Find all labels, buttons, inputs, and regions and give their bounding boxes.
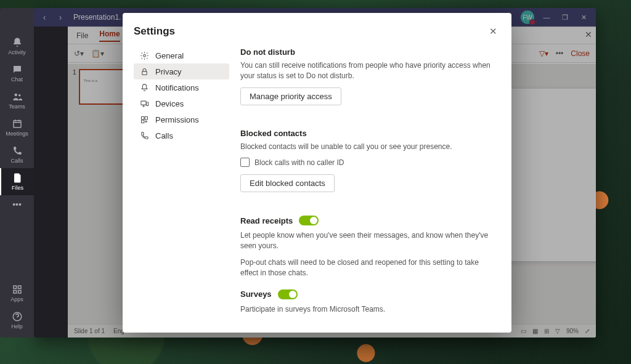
nav-label: Permissions xyxy=(155,115,199,124)
rail-label: Meetings xyxy=(6,131,28,137)
rail-label: Apps xyxy=(10,296,23,302)
help-icon xyxy=(12,311,23,322)
dnd-description: You can still receive notifications from… xyxy=(240,60,497,81)
rail-label: Chat xyxy=(11,76,23,83)
nav-devices[interactable]: Devices xyxy=(134,95,229,111)
svg-rect-6 xyxy=(18,291,21,294)
lock-icon xyxy=(140,67,149,76)
svg-rect-14 xyxy=(142,120,144,123)
read-receipts-desc-2: Pop-out chats will need to be closed and… xyxy=(240,257,497,278)
file-icon xyxy=(12,172,23,184)
nav-calls[interactable]: Calls xyxy=(134,127,229,144)
dnd-heading: Do not disturb xyxy=(240,47,497,57)
svg-rect-12 xyxy=(142,116,144,119)
svg-point-1 xyxy=(18,94,20,97)
bell-icon xyxy=(12,37,23,48)
settings-content: Do not disturb You can still receive not… xyxy=(240,47,511,322)
read-receipts-toggle[interactable] xyxy=(299,216,319,225)
svg-rect-2 xyxy=(14,121,21,127)
rail-calls[interactable]: Calls xyxy=(0,141,34,168)
teams-icon xyxy=(12,91,23,102)
phone-icon xyxy=(140,131,149,140)
phone-icon xyxy=(12,145,23,156)
surveys-heading: Surveys xyxy=(240,289,272,299)
dnd-section: Do not disturb You can still receive not… xyxy=(240,47,497,118)
nav-label: Calls xyxy=(155,131,173,140)
svg-point-8 xyxy=(144,54,146,57)
rail-teams[interactable]: Teams xyxy=(0,87,34,114)
nav-general[interactable]: General xyxy=(134,47,229,63)
svg-rect-13 xyxy=(145,116,147,119)
bell-icon xyxy=(140,83,149,92)
rail-label: Files xyxy=(12,185,23,191)
rail-chat[interactable]: Chat xyxy=(0,60,34,87)
nav-notifications[interactable]: Notifications xyxy=(134,79,229,95)
svg-point-0 xyxy=(14,94,17,97)
rail-files[interactable]: Files xyxy=(0,168,34,195)
rail-apps[interactable]: Apps xyxy=(0,280,34,307)
rail-label: Activity xyxy=(8,49,26,55)
svg-rect-10 xyxy=(141,101,146,105)
calendar-icon xyxy=(12,118,23,129)
nav-label: Notifications xyxy=(155,83,199,92)
rail-label: Help xyxy=(11,323,23,330)
settings-nav: General Privacy Notifications Devices Pe… xyxy=(134,47,229,322)
settings-dialog: Settings ✕ General Privacy Notifications… xyxy=(123,13,511,333)
surveys-section: Surveys Participate in surveys from Micr… xyxy=(240,289,497,315)
nav-label: Privacy xyxy=(155,67,182,76)
app-rail: Activity Chat Teams Meetings Calls Files… xyxy=(0,8,34,338)
nav-label: Devices xyxy=(155,99,184,108)
manage-priority-button[interactable]: Manage priority access xyxy=(240,87,341,105)
read-receipts-heading: Read receipts xyxy=(240,216,293,225)
nav-privacy[interactable]: Privacy xyxy=(134,63,229,79)
gear-icon xyxy=(140,51,149,60)
permissions-icon xyxy=(140,115,149,124)
svg-rect-9 xyxy=(142,71,147,75)
blocked-heading: Blocked contacts xyxy=(240,129,497,138)
rail-meetings[interactable]: Meetings xyxy=(0,114,34,141)
dialog-close-button[interactable]: ✕ xyxy=(486,24,500,39)
devices-icon xyxy=(140,99,149,108)
block-no-caller-id-checkbox[interactable] xyxy=(240,158,250,167)
surveys-description: Participate in surveys from Microsoft Te… xyxy=(240,304,497,315)
checkbox-label: Block calls with no caller ID xyxy=(254,158,344,167)
edit-blocked-button[interactable]: Edit blocked contacts xyxy=(240,174,335,192)
blocked-description: Blocked contacts will be unable to call … xyxy=(240,142,497,152)
svg-rect-11 xyxy=(147,102,149,106)
apps-icon xyxy=(12,284,23,295)
dialog-title: Settings xyxy=(134,25,175,38)
chat-icon xyxy=(12,64,23,75)
read-receipts-desc-1: Let people know when you've seen their m… xyxy=(240,230,497,251)
nav-label: General xyxy=(155,51,184,60)
rail-activity[interactable]: Activity xyxy=(0,33,34,60)
rail-help[interactable]: Help xyxy=(0,307,34,334)
nav-permissions[interactable]: Permissions xyxy=(134,111,229,127)
rail-more[interactable]: ••• xyxy=(0,195,34,214)
blocked-section: Blocked contacts Blocked contacts will b… xyxy=(240,129,497,205)
svg-rect-3 xyxy=(14,286,17,289)
rail-label: Teams xyxy=(9,103,25,110)
svg-rect-5 xyxy=(14,291,17,294)
surveys-toggle[interactable] xyxy=(278,289,298,299)
svg-rect-4 xyxy=(18,286,21,289)
read-receipts-section: Read receipts Let people know when you'v… xyxy=(240,216,497,278)
rail-label: Calls xyxy=(10,158,23,164)
